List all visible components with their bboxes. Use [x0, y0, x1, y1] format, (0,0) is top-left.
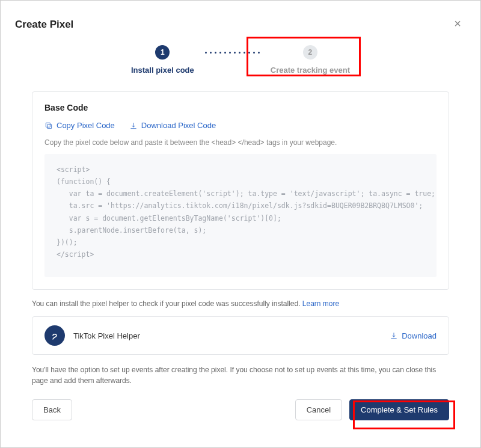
copy-pixel-code-button[interactable]: Copy Pixel Code [44, 121, 115, 130]
step-1[interactable]: 1 Install pixel code [131, 45, 194, 75]
step-2[interactable]: 2 Create tracking event [271, 45, 350, 75]
complete-set-rules-button[interactable]: Complete & Set Rules [349, 399, 449, 420]
base-code-hint: Copy the pixel code below and paste it b… [44, 138, 437, 147]
download-label: Download Pixel Code [141, 121, 216, 130]
cancel-button[interactable]: Cancel [295, 399, 342, 420]
copy-icon [44, 121, 53, 130]
stepper: 1 Install pixel code 2 Create tracking e… [15, 45, 466, 75]
helper-info-main: You can install the pixel helper to chec… [32, 299, 302, 308]
download-icon [129, 121, 138, 130]
svg-rect-0 [47, 124, 52, 128]
download-icon [390, 331, 398, 340]
svg-rect-1 [46, 123, 50, 127]
back-button[interactable]: Back [32, 399, 72, 420]
helper-left: TikTok Pixel Helper [44, 325, 140, 346]
footer-actions: Back Cancel Complete & Set Rules [32, 399, 449, 420]
helper-info-text: You can install the pixel helper to chec… [32, 299, 449, 308]
pixel-code-block[interactable]: <script> (function() { var ta = document… [44, 154, 437, 277]
download-pixel-code-button[interactable]: Download Pixel Code [129, 121, 216, 130]
helper-download-button[interactable]: Download [390, 331, 437, 340]
footer-note: You'll have the option to set up events … [32, 364, 449, 386]
helper-download-label: Download [402, 331, 437, 340]
helper-name: TikTok Pixel Helper [73, 331, 140, 340]
create-pixel-modal: Create Pixel × 1 Install pixel code 2 Cr… [1, 1, 480, 447]
step-2-label: Create tracking event [271, 66, 350, 75]
close-icon[interactable]: × [454, 17, 461, 29]
modal-title: Create Pixel [15, 19, 466, 31]
step-2-circle: 2 [303, 45, 317, 60]
step-connector [205, 51, 260, 54]
pixel-helper-card: TikTok Pixel Helper Download [32, 316, 449, 355]
base-code-actions: Copy Pixel Code Download Pixel Code [44, 121, 437, 130]
base-code-card: Base Code Copy Pixel Code Download Pixel… [32, 91, 449, 290]
step-1-label: Install pixel code [131, 66, 194, 75]
pixel-helper-icon [44, 325, 65, 346]
learn-more-link[interactable]: Learn more [302, 299, 339, 308]
modal-frame: Create Pixel × 1 Install pixel code 2 Cr… [0, 0, 481, 448]
step-1-circle: 1 [155, 45, 170, 60]
copy-label: Copy Pixel Code [57, 121, 115, 130]
footer-right: Cancel Complete & Set Rules [295, 399, 449, 420]
base-code-title: Base Code [44, 103, 437, 112]
